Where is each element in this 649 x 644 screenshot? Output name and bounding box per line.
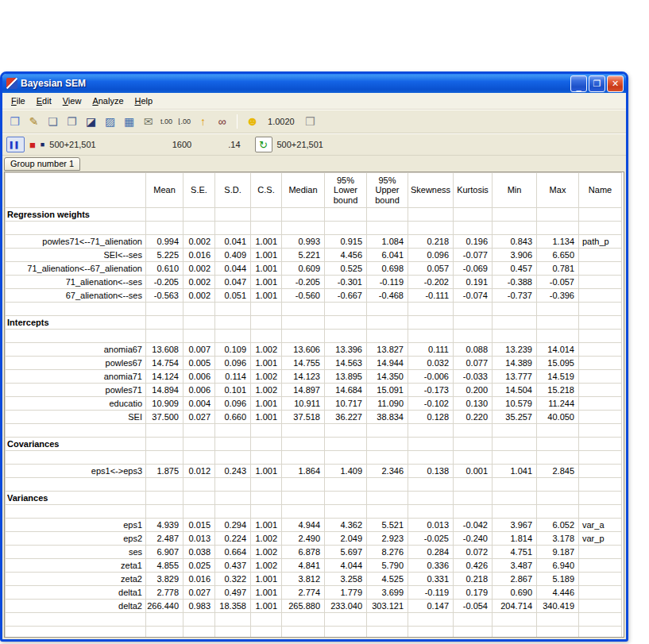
value-cell: 0.220 <box>454 411 493 424</box>
menu-help[interactable]: Help <box>129 94 159 107</box>
pause-button[interactable]: ▌▌ <box>6 137 25 152</box>
row-label <box>6 424 146 438</box>
minimize-button[interactable]: _ <box>570 75 587 92</box>
row-label <box>6 505 146 519</box>
data-row[interactable]: educatio10.9090.0040.0961.00110.91110.71… <box>6 397 622 411</box>
data-row[interactable]: SEI<--ses5.2250.0160.4091.0015.2214.4566… <box>6 249 622 262</box>
data-row[interactable]: eps14.9390.0150.2941.0014.9444.3625.5210… <box>6 519 622 532</box>
decrease-decimal-icon[interactable]: ⌊.00 <box>176 114 192 129</box>
value-cell <box>215 505 251 519</box>
page-edit-icon[interactable]: ✎ <box>25 114 42 129</box>
value-cell: -0.069 <box>454 262 493 276</box>
value-cell: 0.109 <box>215 343 251 357</box>
results-area[interactable]: MeanS.E.S.D.C.S.Median95% Lower bound95%… <box>4 172 624 638</box>
value-cell <box>537 505 579 519</box>
value-cell <box>454 303 493 316</box>
menu-file[interactable]: File <box>6 94 31 107</box>
menu-analyze[interactable]: Analyze <box>87 94 129 107</box>
value-cell: 266.440 <box>146 600 183 613</box>
value-cell <box>454 478 493 492</box>
data-row[interactable]: delta2266.4400.98318.3581.001265.880233.… <box>6 600 622 613</box>
value-cell: 3.699 <box>367 586 408 600</box>
value-cell: 13.827 <box>367 343 408 357</box>
name-cell <box>579 573 622 586</box>
copy-icon[interactable]: ❐ <box>64 114 80 129</box>
maximize-button[interactable]: ❐ <box>589 75 605 92</box>
data-row[interactable]: powles6714.7540.0050.0961.00114.75514.56… <box>6 357 622 370</box>
value-cell: 0.096 <box>215 357 251 370</box>
value-cell: 0.426 <box>454 559 493 573</box>
value-cell <box>408 222 454 235</box>
data-row[interactable]: 67_alienation<--ses-0.5630.0020.0511.001… <box>6 289 622 303</box>
menu-view[interactable]: View <box>57 94 87 107</box>
value-cell <box>367 492 408 505</box>
section-label: Variances <box>6 492 146 505</box>
data-row[interactable]: ses6.9070.0380.6641.0026.8785.6978.2760.… <box>6 546 622 559</box>
value-cell: 0.609 <box>282 262 325 276</box>
value-cell: 0.336 <box>408 559 454 573</box>
value-cell: 14.684 <box>325 384 367 397</box>
value-cell: 0.027 <box>183 411 215 424</box>
data-row[interactable]: zeta14.8550.0250.4371.0024.8414.0445.790… <box>6 559 622 573</box>
data-row[interactable]: powles71<--71_alienation0.9940.0020.0411… <box>6 235 622 249</box>
convergence-smiley-icon[interactable]: ☻ <box>244 114 261 129</box>
value-cell <box>367 316 408 330</box>
value-cell: 13.608 <box>146 343 183 357</box>
grid-icon[interactable]: ▦ <box>121 114 137 129</box>
data-row[interactable]: powles7114.8940.0060.1011.00214.89714.68… <box>6 384 622 397</box>
data-row[interactable]: 71_alienation<--ses-0.2050.0020.0471.001… <box>6 276 622 289</box>
value-cell: 37.518 <box>282 411 325 424</box>
value-cell <box>183 613 215 627</box>
data-row[interactable]: anomia7114.1240.0060.1141.00214.12313.89… <box>6 370 622 384</box>
value-cell: 14.894 <box>146 384 183 397</box>
row-label <box>6 627 146 638</box>
document-icon[interactable]: ❏ <box>44 114 61 129</box>
data-row[interactable]: SEI37.5000.0270.6601.00137.51836.22738.8… <box>6 411 622 424</box>
spacer-row <box>6 451 622 465</box>
image-icon[interactable]: ▨ <box>102 114 118 129</box>
data-row[interactable]: 71_alienation<--67_alienation0.6100.0020… <box>6 262 622 276</box>
spacer-row <box>6 627 622 638</box>
up-arrow-icon[interactable]: ↑ <box>195 114 211 129</box>
window-title: Bayesian SEM <box>21 78 86 89</box>
value-cell <box>408 505 454 519</box>
value-cell: 1.002 <box>251 384 282 397</box>
tab-group-number-1[interactable]: Group number 1 <box>4 157 80 171</box>
chart-icon[interactable]: ◪ <box>83 114 99 129</box>
name-cell <box>579 465 622 478</box>
binoculars-icon[interactable]: ∞ <box>214 114 230 129</box>
increase-decimal-icon[interactable]: t.00 <box>159 114 174 129</box>
name-cell <box>579 343 622 357</box>
name-cell <box>579 424 622 438</box>
value-cell <box>325 492 367 505</box>
value-cell <box>215 330 251 343</box>
menu-edit[interactable]: Edit <box>31 94 57 107</box>
section-row: Covariances <box>6 438 622 451</box>
stop-icon[interactable]: ■ <box>29 139 36 151</box>
close-button[interactable]: ✕ <box>607 75 624 92</box>
value-cell: 0.698 <box>367 262 408 276</box>
value-cell: 5.521 <box>367 519 408 532</box>
print-posterior-icon[interactable]: ❒ <box>302 114 319 129</box>
value-cell <box>408 627 454 638</box>
value-cell: 0.284 <box>408 546 454 559</box>
value-cell <box>367 208 408 222</box>
value-cell: -0.111 <box>408 289 454 303</box>
title-bar[interactable]: Bayesian SEM _ ❐ ✕ <box>2 74 626 93</box>
mail-icon[interactable]: ✉ <box>140 114 156 129</box>
value-cell <box>282 330 325 343</box>
refresh-button[interactable]: ↻ <box>255 137 272 152</box>
data-row[interactable]: eps22.4870.0130.2241.0022.4902.0492.923-… <box>6 532 622 546</box>
value-cell <box>183 478 215 492</box>
data-row[interactable]: zeta23.8290.0160.3221.0013.8123.2584.525… <box>6 573 622 586</box>
data-row[interactable]: eps1<->eps31.8750.0120.2431.0011.8641.40… <box>6 465 622 478</box>
value-cell: 1.001 <box>251 586 282 600</box>
data-row[interactable]: anomia6713.6080.0070.1091.00213.60613.39… <box>6 343 622 357</box>
value-cell: 0.525 <box>325 262 367 276</box>
data-row[interactable]: delta12.7780.0270.4971.0012.7741.7793.69… <box>6 586 622 600</box>
value-cell: 14.389 <box>493 357 537 370</box>
value-cell: 1.779 <box>325 586 367 600</box>
print-icon[interactable]: ❒ <box>6 114 23 129</box>
value-cell <box>325 222 367 235</box>
value-cell: -0.173 <box>408 384 454 397</box>
